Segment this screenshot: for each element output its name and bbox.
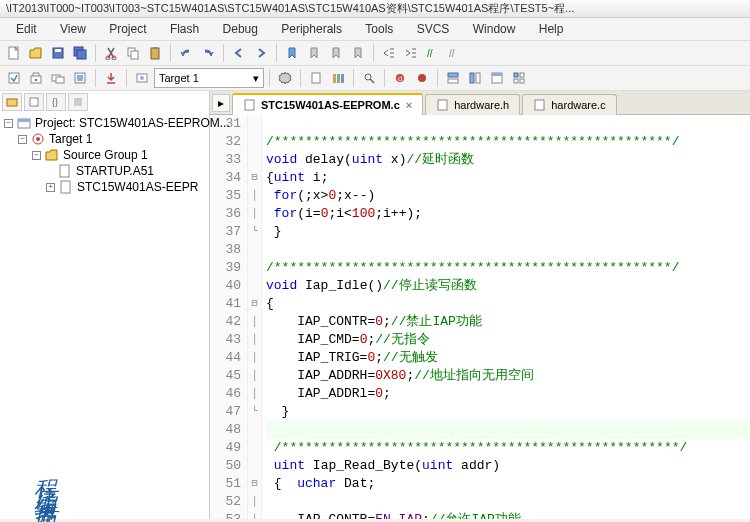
- chevron-down-icon: ▾: [253, 72, 259, 85]
- translate-icon[interactable]: [4, 68, 24, 88]
- svg-rect-42: [74, 98, 82, 106]
- caption-overlay: 程序编辑界面: [30, 463, 60, 499]
- svg-text://: //: [427, 48, 433, 59]
- build-icon[interactable]: [26, 68, 46, 88]
- bookmark-next-icon[interactable]: [326, 43, 346, 63]
- find-in-files-icon[interactable]: [359, 68, 379, 88]
- tree-group[interactable]: − Source Group 1: [4, 147, 205, 163]
- code-content[interactable]: /***************************************…: [262, 115, 750, 519]
- manage-books-icon[interactable]: [328, 68, 348, 88]
- svg-point-46: [36, 137, 40, 141]
- svg-rect-47: [60, 165, 69, 177]
- rebuild-icon[interactable]: [48, 68, 68, 88]
- svg-rect-39: [7, 99, 17, 106]
- tree-file[interactable]: STARTUP.A51: [4, 163, 205, 179]
- books-tab-icon[interactable]: [24, 93, 44, 111]
- nav-fwd-icon[interactable]: [251, 43, 271, 63]
- window-arrange2-icon[interactable]: [465, 68, 485, 88]
- batch-build-icon[interactable]: [70, 68, 90, 88]
- target-icon: [31, 132, 45, 146]
- separator: [353, 69, 354, 87]
- svg-rect-8: [131, 51, 138, 59]
- svg-rect-21: [312, 73, 320, 83]
- indent-left-icon[interactable]: [379, 43, 399, 63]
- svg-rect-51: [535, 100, 544, 110]
- svg-rect-4: [77, 50, 86, 59]
- options-icon[interactable]: [275, 68, 295, 88]
- svg-rect-24: [341, 74, 344, 83]
- folder-icon: [45, 148, 59, 162]
- menu-flash[interactable]: Flash: [160, 20, 209, 38]
- separator: [269, 69, 270, 87]
- target-select[interactable]: Target 1▾: [154, 68, 264, 88]
- menu-svcs[interactable]: SVCS: [407, 20, 460, 38]
- new-file-icon[interactable]: [4, 43, 24, 63]
- comment-icon[interactable]: //: [423, 43, 443, 63]
- nav-back-icon[interactable]: [229, 43, 249, 63]
- code-editor[interactable]: 3132333435363738394041424344454647484950…: [210, 115, 750, 519]
- bookmark-prev-icon[interactable]: [304, 43, 324, 63]
- save-all-icon[interactable]: [70, 43, 90, 63]
- indent-right-icon[interactable]: [401, 43, 421, 63]
- target-options-icon[interactable]: [132, 68, 152, 88]
- copy-icon[interactable]: [123, 43, 143, 63]
- download-icon[interactable]: [101, 68, 121, 88]
- c-file-icon: [533, 98, 547, 112]
- tree-root[interactable]: − Project: STC15W401AS-EEPROM...: [4, 115, 205, 131]
- svg-text://: //: [449, 48, 455, 59]
- open-file-icon[interactable]: [26, 43, 46, 63]
- menu-window[interactable]: Window: [463, 20, 526, 38]
- separator: [437, 69, 438, 87]
- svg-point-28: [418, 74, 426, 82]
- templates-tab-icon[interactable]: [68, 93, 88, 111]
- project-tab-icon[interactable]: [2, 93, 22, 111]
- svg-rect-32: [476, 73, 480, 83]
- file-tab[interactable]: hardware.c: [522, 94, 616, 115]
- svg-rect-49: [245, 100, 254, 110]
- svg-rect-50: [438, 100, 447, 110]
- bookmark-icon[interactable]: [282, 43, 302, 63]
- menu-peripherals[interactable]: Peripherals: [271, 20, 352, 38]
- tab-nav-icon[interactable]: ▸: [212, 94, 230, 112]
- c-file-icon: [59, 180, 73, 194]
- tree-file[interactable]: + STC15W401AS-EEPR: [4, 179, 205, 195]
- menu-tools[interactable]: Tools: [355, 20, 403, 38]
- window-arrange3-icon[interactable]: [487, 68, 507, 88]
- fold-column[interactable]: ⊟││└⊟│││││└⊟│││: [248, 115, 262, 519]
- menu-help[interactable]: Help: [529, 20, 574, 38]
- project-icon: [17, 116, 31, 130]
- collapse-icon[interactable]: −: [18, 135, 27, 144]
- functions-tab-icon[interactable]: {}: [46, 93, 66, 111]
- file-tab[interactable]: STC15W401AS-EEPROM.c ×: [232, 93, 423, 115]
- save-icon[interactable]: [48, 43, 68, 63]
- redo-icon[interactable]: [198, 43, 218, 63]
- breakpoint-icon[interactable]: [412, 68, 432, 88]
- menu-project[interactable]: Project: [99, 20, 156, 38]
- close-icon[interactable]: ×: [406, 99, 412, 111]
- svg-rect-35: [514, 73, 518, 77]
- menu-view[interactable]: View: [50, 20, 96, 38]
- svg-point-20: [140, 76, 144, 80]
- collapse-icon[interactable]: −: [4, 119, 13, 128]
- expand-icon[interactable]: +: [46, 183, 55, 192]
- c-file-icon: [243, 98, 257, 112]
- svg-rect-2: [55, 49, 61, 52]
- window-arrange1-icon[interactable]: [443, 68, 463, 88]
- tree-target[interactable]: − Target 1: [4, 131, 205, 147]
- svg-rect-31: [470, 73, 474, 83]
- cut-icon[interactable]: [101, 43, 121, 63]
- window-arrange4-icon[interactable]: [509, 68, 529, 88]
- bookmark-clear-icon[interactable]: [348, 43, 368, 63]
- undo-icon[interactable]: [176, 43, 196, 63]
- menu-edit[interactable]: Edit: [6, 20, 47, 38]
- debug-icon[interactable]: d: [390, 68, 410, 88]
- toolbar-build: Target 1▾ d: [0, 66, 750, 91]
- menu-debug[interactable]: Debug: [213, 20, 268, 38]
- collapse-icon[interactable]: −: [32, 151, 41, 160]
- file-tab[interactable]: hardware.h: [425, 94, 520, 115]
- file-ext-icon[interactable]: [306, 68, 326, 88]
- svg-rect-22: [333, 74, 336, 83]
- uncomment-icon[interactable]: //: [445, 43, 465, 63]
- paste-icon[interactable]: [145, 43, 165, 63]
- separator: [223, 44, 224, 62]
